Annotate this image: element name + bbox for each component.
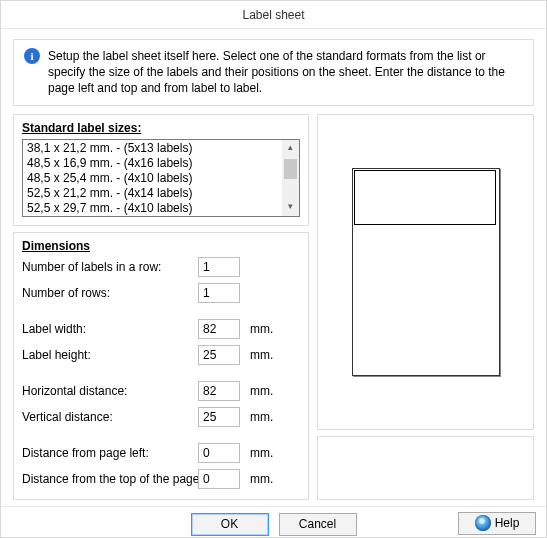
dist-top-input[interactable]: [198, 469, 240, 489]
info-panel: i Setup the label sheet itself here. Sel…: [13, 39, 534, 106]
dialog-content: i Setup the label sheet itself here. Sel…: [1, 29, 546, 506]
scroll-down-button[interactable]: ▾: [282, 199, 299, 216]
num-in-row-input[interactable]: [198, 257, 240, 277]
ok-button[interactable]: OK: [191, 513, 269, 536]
list-scrollbar[interactable]: ▴ ▾: [282, 140, 299, 216]
dimensions-grid: Number of labels in a row: Number of row…: [22, 257, 300, 489]
scroll-up-button[interactable]: ▴: [282, 140, 299, 157]
label-height-unit: mm.: [250, 348, 284, 362]
label-height-label: Label height:: [22, 348, 192, 362]
preview-page: [352, 168, 500, 376]
num-rows-label: Number of rows:: [22, 286, 192, 300]
dialog-title: Label sheet: [1, 1, 546, 29]
list-item[interactable]: 38,1 x 21,2 mm. - (5x13 labels): [27, 141, 278, 156]
help-button-label: Help: [495, 516, 520, 530]
label-sheet-dialog: Label sheet i Setup the label sheet itse…: [0, 0, 547, 538]
status-panel: [317, 436, 534, 500]
standard-sizes-items: 38,1 x 21,2 mm. - (5x13 labels) 48,5 x 1…: [23, 140, 282, 216]
label-width-input[interactable]: [198, 319, 240, 339]
standard-sizes-panel: Standard label sizes: 38,1 x 21,2 mm. - …: [13, 114, 309, 226]
preview-panel: [317, 114, 534, 430]
scroll-track[interactable]: [282, 157, 299, 199]
dist-top-label: Distance from the top of the page:: [22, 472, 192, 486]
info-icon: i: [24, 48, 40, 64]
info-text: Setup the label sheet itself here. Selec…: [48, 48, 523, 97]
help-icon: [475, 515, 491, 531]
list-item[interactable]: 52,5 x 21,2 mm. - (4x14 labels): [27, 186, 278, 201]
cancel-button[interactable]: Cancel: [279, 513, 357, 536]
standard-sizes-title: Standard label sizes:: [22, 121, 300, 135]
hdist-input[interactable]: [198, 381, 240, 401]
dist-top-unit: mm.: [250, 472, 284, 486]
standard-sizes-list[interactable]: 38,1 x 21,2 mm. - (5x13 labels) 48,5 x 1…: [22, 139, 300, 217]
label-width-unit: mm.: [250, 322, 284, 336]
vdist-unit: mm.: [250, 410, 284, 424]
right-column: [317, 114, 534, 500]
list-item[interactable]: 48,5 x 16,9 mm. - (4x16 labels): [27, 156, 278, 171]
hdist-label: Horizontal distance:: [22, 384, 192, 398]
help-button[interactable]: Help: [458, 512, 536, 535]
list-item[interactable]: 48,5 x 25,4 mm. - (4x10 labels): [27, 171, 278, 186]
main-area: Standard label sizes: 38,1 x 21,2 mm. - …: [13, 114, 534, 500]
vdist-label: Vertical distance:: [22, 410, 192, 424]
vdist-input[interactable]: [198, 407, 240, 427]
left-column: Standard label sizes: 38,1 x 21,2 mm. - …: [13, 114, 309, 500]
label-width-label: Label width:: [22, 322, 192, 336]
button-row: OK Cancel Help: [1, 506, 546, 538]
num-in-row-label: Number of labels in a row:: [22, 260, 192, 274]
list-item[interactable]: 52,5 x 29,7 mm. - (4x10 labels): [27, 201, 278, 216]
hdist-unit: mm.: [250, 384, 284, 398]
num-rows-input[interactable]: [198, 283, 240, 303]
dimensions-title: Dimensions: [22, 239, 300, 253]
dimensions-panel: Dimensions Number of labels in a row: Nu…: [13, 232, 309, 500]
label-height-input[interactable]: [198, 345, 240, 365]
scroll-thumb[interactable]: [284, 159, 297, 179]
dist-left-input[interactable]: [198, 443, 240, 463]
dist-left-label: Distance from page left:: [22, 446, 192, 460]
dist-left-unit: mm.: [250, 446, 284, 460]
preview-label: [354, 170, 496, 225]
